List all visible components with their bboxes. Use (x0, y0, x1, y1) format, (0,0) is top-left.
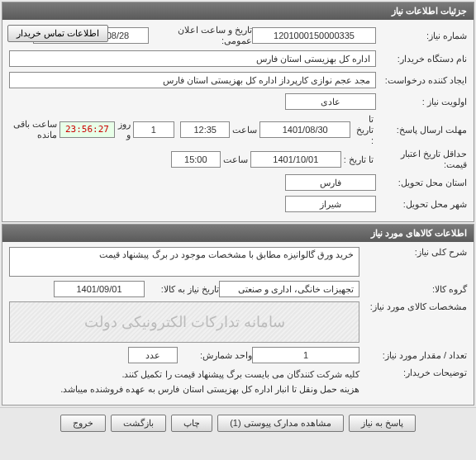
label-from-date: تا تاریخ : (350, 114, 376, 145)
days-remaining-field[interactable] (133, 121, 174, 138)
validity-time-field[interactable] (171, 151, 221, 168)
need-number-field[interactable] (252, 27, 376, 44)
label-buyer-notes: توضیحات خریدار: (359, 368, 467, 378)
buyer-notes-text: کلیه شرکت کنندگان می بایست برگ پیشنهاد ق… (9, 368, 359, 396)
panel2-title: اطلاعات کالاهای مورد نیاز (2, 225, 474, 242)
label-creator: ایجاد کننده درخواست: (376, 75, 467, 86)
view-attachments-button[interactable]: مشاهده مدارک پیوستی (1) (217, 415, 344, 432)
need-details-panel: جزئیات اطلاعات نیاز اطلاعات تماس خریدار … (2, 2, 474, 222)
unit-field[interactable] (128, 347, 178, 363)
panel1-title: جزئیات اطلاعات نیاز (2, 2, 474, 20)
label-validity: حداقل تاریخ اعتبار قیمت: (376, 149, 467, 170)
label-unit: واحد شمارش: (178, 350, 252, 361)
label-priority: اولویت نیاز : (376, 97, 467, 107)
label-desc: شرح کلی نیاز: (359, 247, 467, 258)
label-time-1: ساعت (230, 125, 259, 135)
label-qty: تعداد / مقدار مورد نیاز: (359, 350, 467, 361)
label-city: شهر محل تحویل: (376, 199, 467, 210)
label-deadline: مهلت ارسال پاسخ: (376, 125, 467, 135)
label-to-date: تا تاریخ : (341, 154, 376, 165)
need-description-field[interactable] (9, 247, 359, 277)
exit-button[interactable]: خروج (60, 415, 106, 432)
goods-group-field[interactable] (219, 281, 359, 297)
quantity-field[interactable] (252, 347, 359, 363)
action-button-bar: پاسخ به نیاز مشاهده مدارک پیوستی (1) چاپ… (0, 407, 476, 439)
goods-info-panel: اطلاعات کالاهای مورد نیاز شرح کلی نیاز: … (2, 224, 474, 405)
label-group: گروه کالا: (359, 284, 467, 295)
spec-watermark-box: سامانه تدارکات الکترونیکی دولت (9, 301, 359, 343)
city-field[interactable] (285, 196, 376, 212)
priority-field[interactable] (285, 93, 376, 110)
back-button[interactable]: بازگشت (111, 415, 166, 432)
validity-date-field[interactable] (250, 151, 341, 168)
label-remain: ساعت باقی مانده (9, 119, 60, 140)
label-province: استان محل تحویل: (376, 178, 467, 188)
label-announce: تاریخ و ساعت اعلان عمومی: (149, 25, 252, 46)
print-button[interactable]: چاپ (171, 415, 212, 432)
buyer-contact-button[interactable]: اطلاعات تماس خریدار (7, 25, 108, 42)
panel1-body: اطلاعات تماس خریدار شماره نیاز: تاریخ و … (2, 20, 474, 221)
reply-button[interactable]: پاسخ به نیاز (349, 415, 416, 432)
label-time-2: ساعت (221, 154, 250, 165)
deadline-date-field[interactable] (259, 121, 350, 138)
deadline-time-field[interactable] (180, 121, 230, 138)
buyer-org-field[interactable] (9, 50, 376, 67)
label-need-date: تاریخ نیاز به کالا: (145, 284, 219, 295)
province-field[interactable] (285, 174, 376, 191)
label-buyer-org: نام دستگاه خریدار: (376, 54, 467, 64)
label-need-no: شماره نیاز: (376, 31, 467, 41)
need-date-field[interactable] (54, 281, 145, 297)
countdown-timer: 23:56:27 (60, 121, 115, 138)
panel2-body: شرح کلی نیاز: گروه کالا: تاریخ نیاز به ک… (2, 242, 474, 405)
creator-field[interactable] (9, 72, 376, 88)
label-days: روز و (115, 119, 133, 140)
label-spec: مشخصات کالای مورد نیاز: (359, 301, 467, 312)
